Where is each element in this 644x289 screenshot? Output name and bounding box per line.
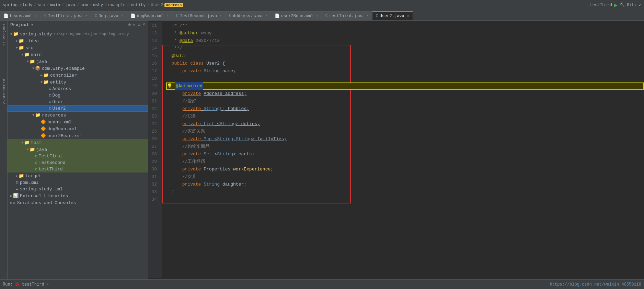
close-icon[interactable]: × bbox=[367, 14, 369, 18]
tree-item-TestSecond[interactable]: C TestSecond bbox=[8, 159, 148, 166]
tree-item-pomxml[interactable]: m pom.xml bbox=[8, 179, 148, 186]
tab-beans[interactable]: 📄 beans.xml × bbox=[0, 11, 41, 20]
class-icon: C bbox=[49, 107, 51, 111]
tree-item-user2beanxml[interactable]: 🔶 user2Bean.xml bbox=[8, 132, 148, 139]
breadcrumb-item[interactable]: wshy bbox=[93, 3, 103, 8]
address-badge: address bbox=[164, 3, 183, 7]
tab-dogbean[interactable]: 📄 dogBean.xml × bbox=[127, 11, 173, 20]
folder-icon: 📁 bbox=[24, 140, 30, 145]
run-button[interactable]: ▶ bbox=[614, 2, 618, 9]
code-line-30: private Properties workExperience; bbox=[166, 166, 644, 173]
tree-item-label: main bbox=[31, 52, 42, 57]
build-button[interactable]: 🔨 bbox=[620, 2, 625, 8]
tree-item-testThird[interactable]: C testThird bbox=[8, 166, 148, 173]
close-icon[interactable]: × bbox=[220, 14, 222, 18]
breadcrumb-item[interactable]: com bbox=[80, 3, 88, 8]
breadcrumb-item[interactable]: java bbox=[65, 3, 75, 8]
project-tree: ▼ 📁 spring-study E:\SpringBootProject\sp… bbox=[8, 29, 148, 279]
code-line-15: @Data bbox=[166, 52, 644, 60]
tab-address[interactable]: C Address.java × bbox=[226, 11, 271, 20]
tree-item-dogbeanxml[interactable]: 🔶 dogBean.xml bbox=[8, 125, 148, 132]
tree-item-java[interactable]: ▼ 📁 java bbox=[8, 58, 148, 65]
tree-item-Dog[interactable]: C Dog bbox=[8, 92, 148, 99]
breadcrumb-item[interactable]: spring-study bbox=[3, 3, 32, 8]
close-icon[interactable]: × bbox=[265, 14, 267, 18]
tree-arrow: ▶ bbox=[10, 194, 12, 198]
tree-item-java-test[interactable]: ▼ 📁 java bbox=[8, 146, 148, 153]
settings-icon[interactable]: ⚙ bbox=[138, 22, 140, 27]
sidebar-header-icons: ⊕ ⇔ ⚙ × bbox=[128, 22, 145, 27]
breadcrumb-item[interactable]: entity bbox=[131, 3, 146, 8]
tree-item-label: target bbox=[25, 174, 42, 179]
code-line-23: //职务 bbox=[166, 113, 644, 120]
tree-arrow: ▶ bbox=[10, 201, 12, 205]
tree-item-label: java bbox=[36, 59, 47, 64]
tree-item-iml[interactable]: ≡ spring-study.iml bbox=[8, 186, 148, 192]
breadcrumb-active-file[interactable]: User2 bbox=[151, 3, 163, 8]
tab-label: Address.java bbox=[233, 14, 262, 19]
tree-arrow: ▶ bbox=[16, 39, 18, 43]
tree-item-idea[interactable]: ▶ 📁 .idea bbox=[8, 37, 148, 44]
close-run-icon[interactable]: × bbox=[46, 282, 49, 287]
tree-arrow: ▼ bbox=[41, 80, 43, 84]
tree-item-controller[interactable]: ▶ 📁 controller bbox=[8, 72, 148, 79]
tab-testthird[interactable]: C testThird.java × bbox=[322, 11, 372, 20]
tree-item-external-libs[interactable]: ▶ 📊 External Libraries bbox=[8, 192, 148, 199]
tree-item-package[interactable]: ▼ 📦 com.wshy.example bbox=[8, 65, 148, 72]
tree-item-target[interactable]: ▶ 📁 target bbox=[8, 173, 148, 179]
breadcrumb-item[interactable]: main bbox=[50, 3, 60, 8]
editor-area[interactable]: 11 12 13 14 15 16 17 18 19 20 21 22 23 2… bbox=[148, 21, 644, 279]
breadcrumb-item[interactable]: src bbox=[38, 3, 45, 8]
tree-item-src[interactable]: ▼ 📁 src bbox=[8, 44, 148, 51]
line-numbers: 11 12 13 14 15 16 17 18 19 20 21 22 23 2… bbox=[148, 22, 162, 278]
iml-icon: ≡ bbox=[16, 187, 19, 192]
tree-item-resources[interactable]: ▼ 📁 resources bbox=[8, 112, 148, 119]
close-icon[interactable]: × bbox=[35, 14, 37, 18]
code-line-12: * @author wshy bbox=[166, 30, 644, 37]
tree-item-User2[interactable]: C User2 bbox=[8, 105, 148, 112]
tree-arrow: ▼ bbox=[27, 148, 29, 152]
left-label-project[interactable]: 1: Project bbox=[0, 21, 7, 49]
tab-testfirst[interactable]: C TestFirst.java × bbox=[41, 11, 91, 20]
close-icon[interactable]: × bbox=[316, 14, 318, 18]
tree-item-User[interactable]: C User bbox=[8, 99, 148, 105]
xml-icon: 📄 bbox=[130, 13, 136, 19]
tree-item-beansxml[interactable]: 🔶 beans.xml bbox=[8, 119, 148, 125]
tree-item-main[interactable]: ▼ 📁 main bbox=[8, 51, 148, 58]
tree-arrow: ▼ bbox=[10, 32, 12, 36]
project-dropdown[interactable]: ▼ bbox=[31, 23, 34, 27]
tree-item-TestFirst[interactable]: C TestFirst bbox=[8, 153, 148, 159]
tab-user2[interactable]: C User2.java × bbox=[372, 11, 413, 20]
tree-item-entity[interactable]: ▼ 📁 entity bbox=[8, 79, 148, 86]
tab-label: TestSecond.java bbox=[180, 14, 217, 19]
collapse-icon[interactable]: ⇔ bbox=[133, 22, 136, 27]
code-line-11: |≡ /** bbox=[166, 22, 644, 30]
tree-item-scratches[interactable]: ▶ ✏ Scratches and Consoles bbox=[8, 199, 148, 206]
tab-label: user2Bean.xml bbox=[281, 14, 313, 19]
bottom-run: Run: 🐞 testThird × bbox=[3, 282, 49, 287]
tree-arrow: ▼ bbox=[27, 60, 29, 64]
close-icon[interactable]: × bbox=[85, 14, 88, 18]
run-config-name[interactable]: testThird bbox=[22, 282, 44, 287]
close-icon[interactable]: × bbox=[407, 14, 409, 18]
code-line-16: public class User2 { bbox=[166, 60, 644, 67]
tree-item-label: User bbox=[53, 99, 63, 104]
close-icon[interactable]: × bbox=[167, 14, 169, 18]
code-line-26: private Map <String,String> familyTies; bbox=[166, 135, 644, 143]
close-icon[interactable]: × bbox=[121, 14, 123, 18]
folder-icon: 📁 bbox=[35, 112, 41, 118]
package-icon: 📦 bbox=[35, 66, 41, 71]
left-label-structure[interactable]: Z-Structure bbox=[0, 76, 7, 107]
breadcrumb-item[interactable]: example bbox=[108, 3, 125, 8]
locate-icon[interactable]: ⊕ bbox=[128, 22, 131, 27]
tab-testsecond[interactable]: C TestSecond.java × bbox=[173, 11, 226, 20]
tree-item-spring-study[interactable]: ▼ 📁 spring-study E:\SpringBootProject\sp… bbox=[8, 31, 148, 37]
tree-item-Address[interactable]: C Address bbox=[8, 86, 148, 92]
tree-item-label: Address bbox=[53, 86, 71, 91]
tree-item-test[interactable]: ▼ 📁 test bbox=[8, 139, 148, 146]
tab-user2bean[interactable]: 📄 user2Bean.xml × bbox=[271, 11, 322, 20]
close-icon[interactable]: × bbox=[142, 22, 145, 27]
tab-dog[interactable]: C Dog.java × bbox=[91, 11, 127, 20]
code-line-34 bbox=[166, 196, 644, 203]
code-lines[interactable]: |≡ /** * @author wshy * @data 2020/7/13 … bbox=[162, 22, 644, 278]
